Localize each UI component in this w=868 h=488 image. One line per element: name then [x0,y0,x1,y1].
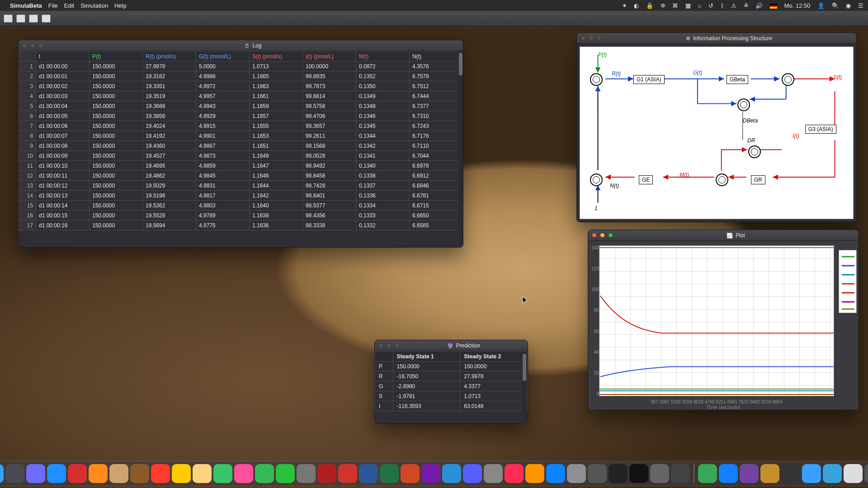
plot-titlebar[interactable]: 📈Plot [588,230,859,241]
close-icon[interactable] [592,233,597,238]
plot-legend[interactable] [839,250,857,313]
minimize-icon[interactable] [30,43,35,48]
table-row[interactable]: 1d1 00:00:00150.000027.99785.00001.07131… [19,61,463,71]
table-row[interactable]: 5d1 00:00:04150.000019.36884.99431.16599… [19,101,463,111]
table-row[interactable]: P150.0000150.0000 [375,361,528,371]
dock-opera[interactable] [68,464,87,483]
dock-launchpad[interactable] [5,464,24,483]
zoom-icon[interactable] [395,343,400,348]
dock-circle-app[interactable] [781,464,800,483]
dock-trash[interactable] [864,464,868,483]
dock-app-beta[interactable] [760,464,779,483]
table-row[interactable]: 13d1 00:00:12150.000019.50294.98311.1644… [19,181,463,191]
table-row[interactable]: 3d1 00:00:02150.000019.33514.99721.16639… [19,81,463,91]
input-source-flag[interactable] [770,4,777,9]
prediction-header[interactable]: Steady State 2 [460,352,528,361]
dock-excel[interactable] [380,464,399,483]
dock-keychain[interactable] [588,464,607,483]
statusitem-icon[interactable]: ↺ [708,2,713,9]
menu-simulation[interactable]: Simulation [80,2,108,9]
table-row[interactable]: R-18.705027.9978 [375,371,528,381]
log-header[interactable]: P(t) [90,52,143,61]
dock-photos[interactable] [234,464,253,483]
dock[interactable] [0,461,868,486]
scrollbar-thumb[interactable] [523,354,526,381]
table-row[interactable]: 14d1 00:00:13150.000019.51964.98171.1642… [19,191,463,201]
structure-window[interactable]: ⚙Information Processing Structure [576,33,857,222]
table-row[interactable]: 17d1 00:00:16150.000019.56944.97751.1636… [19,221,463,230]
table-row[interactable]: 4d1 00:00:03150.000019.35194.99571.16619… [19,91,463,101]
toolbar-open-icon[interactable] [16,14,25,23]
statusitem-icon[interactable]: ⌂ [698,2,701,9]
log-titlebar[interactable]: 🗒Log [19,40,463,51]
zoom-icon[interactable] [608,233,613,238]
statusitem-icon[interactable]: 🔒 [646,2,653,9]
log-header[interactable]: t [36,52,90,61]
user-icon[interactable]: 👤 [817,2,825,9]
dock-monitor[interactable] [609,464,627,483]
dock-messages[interactable] [255,464,274,483]
table-row[interactable]: S-1.97811.0713 [375,391,528,401]
log-window[interactable]: 🗒Log tP(t)R(t) (pmol/s)G(t) (mmol/L)S(t)… [18,40,463,248]
dock-folder[interactable] [823,464,842,483]
minimize-icon[interactable] [600,233,605,238]
toolbar-save-icon[interactable] [29,14,38,23]
dock-drive[interactable] [671,464,690,483]
dock-powerpoint[interactable] [401,464,420,483]
close-icon[interactable] [580,36,585,41]
prediction-header[interactable] [375,352,393,361]
dock-wire[interactable] [297,464,316,483]
dock-contacts[interactable] [130,464,149,483]
close-icon[interactable] [22,43,27,48]
dock-terminal[interactable] [629,464,648,483]
toolbar-export-icon[interactable] [42,14,51,23]
dock-charts[interactable] [442,464,461,483]
dock-scanner[interactable] [650,464,669,483]
table-row[interactable]: 12d1 00:00:11150.000019.48624.98451.1646… [19,171,463,181]
wifi-icon[interactable]: ⚠︎ [731,2,736,9]
log-header[interactable]: S(t) (pmol/s) [250,52,303,61]
prediction-window[interactable]: 🔮Prediction Steady State 1Steady State 2… [374,340,528,424]
statusitem-icon[interactable]: ⌘ [672,2,678,9]
table-row[interactable]: 2d1 00:00:01150.000019.31824.99861.16659… [19,71,463,81]
table-row[interactable]: G-2.89804.3377 [375,381,528,391]
table-row[interactable]: 15d1 00:00:14150.000019.53624.98031.1640… [19,201,463,211]
dock-onenote[interactable] [421,464,440,483]
spotlight-icon[interactable]: 🔍 [832,2,839,9]
statusitem-icon[interactable]: ◐ [634,2,639,9]
menu-edit[interactable]: Edit [64,2,74,9]
dock-appstore[interactable] [546,464,565,483]
dock-finder-dup[interactable] [463,464,482,483]
control-center-icon[interactable]: ◉ [846,2,851,9]
menu-file[interactable]: File [48,2,58,9]
bluetooth-icon[interactable]: ᛒ [721,2,724,9]
table-row[interactable]: 8d1 00:00:07150.000019.41924.99011.16539… [19,131,463,141]
plot-window[interactable]: 📈Plot [588,230,859,410]
table-row[interactable]: 10d1 00:00:09150.000019.45274.98731.1649… [19,151,463,161]
zoom-icon[interactable] [38,43,43,48]
minimize-icon[interactable] [589,36,594,41]
dock-acrobat-folder[interactable] [317,464,336,483]
log-header[interactable]: G(t) (mmol/L) [196,52,250,61]
volume-icon[interactable]: 🔊 [755,2,763,9]
prediction-table[interactable]: Steady State 1Steady State 2P150.0000150… [375,351,528,411]
dock-maps[interactable] [213,464,232,483]
dock-safari[interactable] [47,464,66,483]
log-header[interactable]: N(t) [410,52,463,61]
dock-xcode[interactable] [719,464,738,483]
log-header[interactable]: M(t) [356,52,410,61]
log-header[interactable]: I(t) (pmol/L) [303,52,356,61]
dock-firefox[interactable] [89,464,108,483]
close-icon[interactable] [378,343,383,348]
dock-music[interactable] [505,464,524,483]
table-row[interactable]: I-116.359363.0148 [375,401,528,411]
log-header[interactable]: R(t) (pmol/s) [143,52,196,61]
table-row[interactable]: 7d1 00:00:06150.000019.40244.99151.16559… [19,121,463,131]
structure-titlebar[interactable]: ⚙Information Processing Structure [577,33,856,44]
menubar-app-name[interactable]: SimulaBeta [10,2,42,9]
log-header[interactable] [19,52,36,61]
table-row[interactable]: 11d1 00:00:10150.000019.46954.98591.1647… [19,161,463,171]
table-row[interactable]: 9d1 00:00:08150.000019.43604.98871.16519… [19,141,463,151]
dock-facetime[interactable] [276,464,295,483]
dock-settings-gear[interactable] [484,464,503,483]
